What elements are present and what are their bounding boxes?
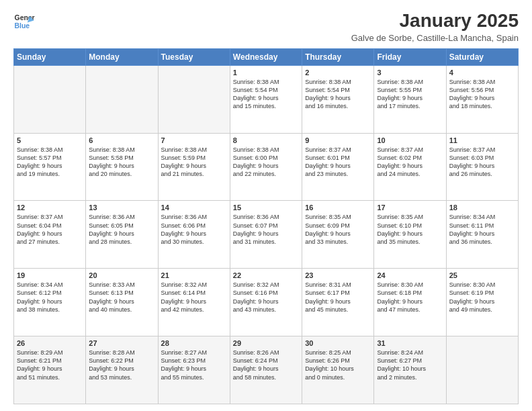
week-row-2: 12Sunrise: 8:37 AM Sunset: 6:04 PM Dayli…: [14, 201, 519, 269]
day-info: Sunrise: 8:36 AM Sunset: 6:06 PM Dayligh…: [161, 213, 227, 246]
day-cell: [14, 65, 86, 133]
day-info: Sunrise: 8:26 AM Sunset: 6:24 PM Dayligh…: [233, 349, 299, 381]
header: General Blue January 2025 Galve de Sorbe…: [13, 11, 519, 43]
day-cell: 27Sunrise: 8:28 AM Sunset: 6:22 PM Dayli…: [86, 336, 158, 404]
day-info: Sunrise: 8:34 AM Sunset: 6:12 PM Dayligh…: [17, 281, 83, 314]
day-info: Sunrise: 8:37 AM Sunset: 6:03 PM Dayligh…: [449, 146, 515, 179]
title-block: January 2025 Galve de Sorbe, Castille-La…: [351, 11, 519, 43]
col-wednesday: Wednesday: [230, 48, 302, 65]
day-number: 30: [305, 339, 371, 347]
day-info: Sunrise: 8:25 AM Sunset: 6:26 PM Dayligh…: [305, 349, 371, 381]
week-row-3: 19Sunrise: 8:34 AM Sunset: 6:12 PM Dayli…: [14, 269, 519, 336]
week-row-4: 26Sunrise: 8:29 AM Sunset: 6:21 PM Dayli…: [14, 336, 519, 404]
day-info: Sunrise: 8:37 AM Sunset: 6:04 PM Dayligh…: [17, 213, 83, 246]
day-cell: [86, 65, 158, 133]
col-thursday: Thursday: [302, 48, 374, 65]
day-cell: 17Sunrise: 8:35 AM Sunset: 6:10 PM Dayli…: [374, 201, 446, 269]
day-cell: 22Sunrise: 8:32 AM Sunset: 6:16 PM Dayli…: [230, 269, 302, 336]
day-number: 22: [233, 271, 299, 279]
day-cell: 5Sunrise: 8:38 AM Sunset: 5:57 PM Daylig…: [14, 133, 86, 201]
day-cell: 4Sunrise: 8:38 AM Sunset: 5:56 PM Daylig…: [446, 65, 518, 133]
day-cell: 24Sunrise: 8:30 AM Sunset: 6:18 PM Dayli…: [374, 269, 446, 336]
header-row: Sunday Monday Tuesday Wednesday Thursday…: [14, 48, 519, 65]
day-cell: 16Sunrise: 8:35 AM Sunset: 6:09 PM Dayli…: [302, 201, 374, 269]
day-cell: 13Sunrise: 8:36 AM Sunset: 6:05 PM Dayli…: [86, 201, 158, 269]
day-info: Sunrise: 8:35 AM Sunset: 6:10 PM Dayligh…: [377, 213, 443, 246]
day-number: 13: [89, 203, 154, 212]
day-cell: 7Sunrise: 8:38 AM Sunset: 5:59 PM Daylig…: [158, 133, 230, 201]
col-tuesday: Tuesday: [158, 48, 230, 65]
day-number: 19: [17, 271, 83, 279]
day-info: Sunrise: 8:33 AM Sunset: 6:13 PM Dayligh…: [89, 281, 154, 314]
calendar-table: Sunday Monday Tuesday Wednesday Thursday…: [13, 48, 519, 404]
day-cell: 23Sunrise: 8:31 AM Sunset: 6:17 PM Dayli…: [302, 269, 374, 336]
day-cell: [446, 336, 518, 404]
day-number: 28: [161, 339, 227, 347]
logo-icon: General Blue: [13, 11, 35, 32]
day-cell: 21Sunrise: 8:32 AM Sunset: 6:14 PM Dayli…: [158, 269, 230, 336]
day-cell: 18Sunrise: 8:34 AM Sunset: 6:11 PM Dayli…: [446, 201, 518, 269]
day-info: Sunrise: 8:38 AM Sunset: 5:56 PM Dayligh…: [449, 78, 515, 111]
day-info: Sunrise: 8:38 AM Sunset: 5:54 PM Dayligh…: [233, 78, 299, 111]
day-info: Sunrise: 8:36 AM Sunset: 6:07 PM Dayligh…: [233, 213, 299, 246]
day-cell: 25Sunrise: 8:30 AM Sunset: 6:19 PM Dayli…: [446, 269, 518, 336]
day-cell: [158, 65, 230, 133]
day-number: 31: [377, 339, 443, 347]
day-info: Sunrise: 8:29 AM Sunset: 6:21 PM Dayligh…: [17, 349, 83, 381]
day-cell: 3Sunrise: 8:38 AM Sunset: 5:55 PM Daylig…: [374, 65, 446, 133]
day-info: Sunrise: 8:38 AM Sunset: 5:57 PM Dayligh…: [17, 146, 83, 179]
day-number: 27: [89, 339, 154, 347]
day-number: 6: [89, 136, 154, 144]
week-row-0: 1Sunrise: 8:38 AM Sunset: 5:54 PM Daylig…: [14, 65, 519, 133]
day-number: 24: [377, 271, 443, 279]
day-info: Sunrise: 8:36 AM Sunset: 6:05 PM Dayligh…: [89, 213, 154, 246]
day-cell: 1Sunrise: 8:38 AM Sunset: 5:54 PM Daylig…: [230, 65, 302, 133]
day-number: 26: [17, 339, 83, 347]
day-info: Sunrise: 8:38 AM Sunset: 5:58 PM Dayligh…: [89, 146, 154, 179]
day-number: 9: [305, 136, 371, 144]
day-cell: 2Sunrise: 8:38 AM Sunset: 5:54 PM Daylig…: [302, 65, 374, 133]
day-info: Sunrise: 8:28 AM Sunset: 6:22 PM Dayligh…: [89, 349, 154, 381]
day-number: 14: [161, 203, 227, 212]
day-info: Sunrise: 8:32 AM Sunset: 6:14 PM Dayligh…: [161, 281, 227, 314]
day-info: Sunrise: 8:27 AM Sunset: 6:23 PM Dayligh…: [161, 349, 227, 381]
day-info: Sunrise: 8:38 AM Sunset: 5:55 PM Dayligh…: [377, 78, 443, 111]
day-info: Sunrise: 8:38 AM Sunset: 5:54 PM Dayligh…: [305, 78, 371, 111]
page: General Blue January 2025 Galve de Sorbe…: [0, 0, 532, 411]
day-cell: 20Sunrise: 8:33 AM Sunset: 6:13 PM Dayli…: [86, 269, 158, 336]
day-info: Sunrise: 8:38 AM Sunset: 5:59 PM Dayligh…: [161, 146, 227, 179]
day-number: 7: [161, 136, 227, 144]
day-cell: 15Sunrise: 8:36 AM Sunset: 6:07 PM Dayli…: [230, 201, 302, 269]
day-number: 10: [377, 136, 443, 144]
day-number: 5: [17, 136, 83, 144]
col-monday: Monday: [86, 48, 158, 65]
day-number: 18: [449, 203, 515, 212]
logo: General Blue: [13, 11, 35, 32]
day-info: Sunrise: 8:37 AM Sunset: 6:02 PM Dayligh…: [377, 146, 443, 179]
calendar-title: January 2025: [351, 11, 519, 32]
day-info: Sunrise: 8:32 AM Sunset: 6:16 PM Dayligh…: [233, 281, 299, 314]
day-cell: 6Sunrise: 8:38 AM Sunset: 5:58 PM Daylig…: [86, 133, 158, 201]
day-cell: 14Sunrise: 8:36 AM Sunset: 6:06 PM Dayli…: [158, 201, 230, 269]
col-sunday: Sunday: [14, 48, 86, 65]
col-saturday: Saturday: [446, 48, 518, 65]
day-info: Sunrise: 8:34 AM Sunset: 6:11 PM Dayligh…: [449, 213, 515, 246]
day-info: Sunrise: 8:38 AM Sunset: 6:00 PM Dayligh…: [233, 146, 299, 179]
day-cell: 19Sunrise: 8:34 AM Sunset: 6:12 PM Dayli…: [14, 269, 86, 336]
day-number: 12: [17, 203, 83, 212]
svg-text:Blue: Blue: [15, 22, 30, 30]
day-number: 23: [305, 271, 371, 279]
day-cell: 28Sunrise: 8:27 AM Sunset: 6:23 PM Dayli…: [158, 336, 230, 404]
day-cell: 9Sunrise: 8:37 AM Sunset: 6:01 PM Daylig…: [302, 133, 374, 201]
calendar-subtitle: Galve de Sorbe, Castille-La Mancha, Spai…: [351, 33, 519, 43]
day-cell: 11Sunrise: 8:37 AM Sunset: 6:03 PM Dayli…: [446, 133, 518, 201]
day-info: Sunrise: 8:24 AM Sunset: 6:27 PM Dayligh…: [377, 349, 443, 381]
day-number: 21: [161, 271, 227, 279]
col-friday: Friday: [374, 48, 446, 65]
day-info: Sunrise: 8:30 AM Sunset: 6:19 PM Dayligh…: [449, 281, 515, 314]
day-number: 8: [233, 136, 299, 144]
day-cell: 10Sunrise: 8:37 AM Sunset: 6:02 PM Dayli…: [374, 133, 446, 201]
day-number: 3: [377, 68, 443, 77]
day-info: Sunrise: 8:35 AM Sunset: 6:09 PM Dayligh…: [305, 213, 371, 246]
day-info: Sunrise: 8:30 AM Sunset: 6:18 PM Dayligh…: [377, 281, 443, 314]
